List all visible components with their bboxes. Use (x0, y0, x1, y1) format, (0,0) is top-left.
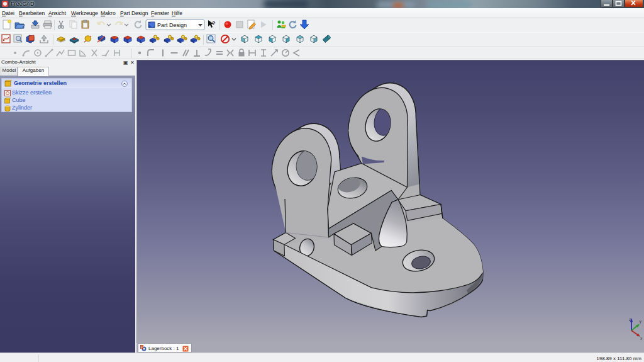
svg-text:?: ? (212, 20, 216, 26)
svg-text:Y: Y (639, 320, 642, 324)
svg-text:z: z (629, 317, 631, 322)
svg-text:x: x (640, 336, 643, 341)
svg-text:P: P (141, 345, 144, 349)
svg-text:Part Design: Part Design (157, 22, 187, 28)
